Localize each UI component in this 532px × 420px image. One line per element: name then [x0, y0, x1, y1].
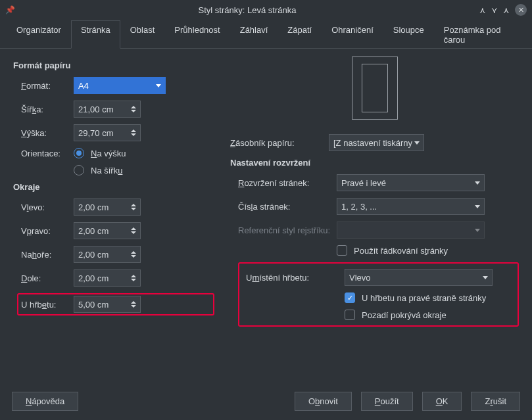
- width-label: Šířka:: [21, 105, 74, 114]
- format-select[interactable]: A4: [74, 77, 166, 94]
- pagelayout-select[interactable]: Pravé i levé: [337, 174, 485, 191]
- chevron-down-icon: [475, 229, 480, 232]
- bg-covers-check[interactable]: [345, 310, 355, 320]
- tabbar: Organizátor Stránka Oblast Průhlednost Z…: [0, 20, 532, 49]
- pagenum-label: Čísla stránek:: [238, 202, 337, 212]
- landscape-radio[interactable]: [74, 165, 84, 175]
- tab-borders[interactable]: Ohraničení: [322, 20, 383, 49]
- chevron-down-icon: [475, 181, 480, 185]
- tab-transparency[interactable]: Průhlednost: [164, 20, 230, 49]
- tab-columns[interactable]: Sloupce: [383, 20, 434, 49]
- gutter-right-label: U hřbetu na pravé straně stránky: [362, 293, 486, 303]
- close-icon[interactable]: ✕: [515, 4, 527, 16]
- gutter-spinner[interactable]: 5,00 cm: [74, 296, 141, 313]
- margin-top-spinner[interactable]: 2,00 cm: [74, 246, 141, 263]
- gutterpos-select[interactable]: Vlevo: [345, 269, 493, 286]
- paper-section-title: Formát papíru: [13, 60, 210, 70]
- tab-footer[interactable]: Zápatí: [278, 20, 322, 49]
- chevron-down-icon: [156, 84, 161, 87]
- maximize-icon[interactable]: ⋏: [503, 5, 510, 15]
- tab-area[interactable]: Oblast: [120, 20, 165, 49]
- cancel-button[interactable]: Zrušit: [471, 392, 520, 411]
- use-linespacing-check[interactable]: [337, 245, 347, 256]
- tab-organizer[interactable]: Organizátor: [7, 20, 71, 49]
- gutter-label: U hřbetu:: [21, 300, 74, 310]
- ok-button[interactable]: OK: [422, 392, 462, 411]
- format-label: Formát:: [21, 81, 74, 91]
- orientation-label: Orientace:: [21, 149, 74, 158]
- margin-bottom-spinner[interactable]: 2,00 cm: [74, 269, 141, 287]
- chevron-down-icon: [483, 276, 488, 279]
- pagelayout-label: Rozvržení stránek:: [238, 178, 337, 188]
- margin-left-label: Vlevo:: [21, 202, 74, 212]
- gutterpos-label: Umístění hřbetu:: [246, 273, 345, 283]
- window-title: Styl stránky: Levá stránka: [15, 5, 479, 15]
- chevron-down-icon: [414, 141, 420, 145]
- refstyle-select: [337, 222, 485, 239]
- margin-top-label: Nahoře:: [21, 250, 74, 260]
- pin-icon[interactable]: 📌: [5, 5, 15, 14]
- tray-label: Zásobník papíru:: [230, 138, 329, 148]
- margin-bottom-label: Dole:: [21, 273, 74, 283]
- use-linespacing-label: Použít řádkování stránky: [354, 246, 448, 256]
- portrait-radio[interactable]: [74, 148, 84, 158]
- chevron-down-icon: [475, 205, 480, 208]
- gutter-right-check[interactable]: [345, 292, 355, 303]
- tab-footnote[interactable]: Poznámka pod čarou: [434, 20, 525, 49]
- layout-section-title: Nastavení rozvržení: [230, 158, 519, 168]
- margin-right-label: Vpravo:: [21, 226, 74, 236]
- height-label: Výška:: [21, 128, 74, 138]
- refstyle-label: Referenční styl rejstříku:: [238, 225, 337, 235]
- height-spinner[interactable]: 29,70 cm: [74, 124, 141, 141]
- width-spinner[interactable]: 21,00 cm: [74, 101, 141, 118]
- reset-button[interactable]: Obnovit: [295, 392, 352, 411]
- landscape-label: Na šířku: [91, 166, 122, 175]
- help-button[interactable]: Nápověda: [12, 392, 78, 411]
- margins-section-title: Okraje: [13, 182, 210, 192]
- portrait-label: Na výšku: [91, 149, 126, 158]
- margin-right-spinner[interactable]: 2,00 cm: [74, 222, 141, 239]
- pagenum-select[interactable]: 1, 2, 3, ...: [337, 198, 485, 215]
- tab-page[interactable]: Stránka: [71, 20, 120, 49]
- rollup-icon[interactable]: ⋏: [479, 5, 486, 15]
- apply-button[interactable]: Použít: [361, 392, 413, 411]
- bg-covers-label: Pozadí pokrývá okraje: [362, 310, 447, 320]
- minimize-icon[interactable]: ⋎: [491, 5, 498, 15]
- tray-select[interactable]: [Z nastavení tiskárny: [329, 134, 424, 151]
- tab-header[interactable]: Záhlaví: [230, 20, 278, 49]
- page-preview: [335, 55, 414, 121]
- margin-left-spinner[interactable]: 2,00 cm: [74, 198, 141, 216]
